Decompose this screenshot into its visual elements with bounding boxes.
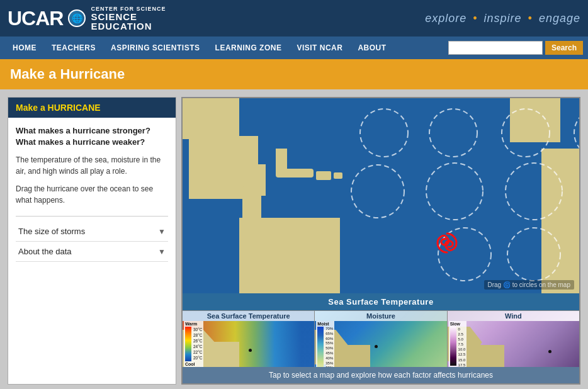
hurricane-icon[interactable]	[434, 230, 460, 256]
sidebar-title-make: Make a	[16, 103, 48, 113]
globe-icon: 🌐	[68, 9, 86, 27]
map-container: Drag 🌀 to circles on the map Sea Surface…	[181, 97, 580, 385]
land-europe	[510, 98, 560, 142]
logo-education: EDUCATION	[91, 21, 166, 31]
tagline-dot-2: •	[524, 12, 533, 25]
nav-visit-ncar[interactable]: VISIT NCAR	[289, 38, 350, 57]
sst-legend-cool: Cool	[185, 362, 202, 366]
land-haiti	[316, 171, 331, 180]
sidebar-instruction: Drag the hurricane over the ocean to see…	[16, 183, 168, 206]
logo-area: UCAR 🌐 CENTER FOR SCIENCE SCIENCE EDUCAT…	[8, 6, 166, 31]
nav-home[interactable]: HOME	[5, 38, 44, 57]
land-cuba	[276, 169, 314, 178]
status-bar: Tap to select a map and explore how each…	[183, 367, 579, 383]
site-header: UCAR 🌐 CENTER FOR SCIENCE SCIENCE EDUCAT…	[0, 0, 588, 37]
page-title: Make a Hurricane	[10, 66, 125, 82]
mini-map-moisture-title: Moisture	[315, 311, 446, 321]
search-input[interactable]	[448, 41, 543, 55]
svg-point-0	[360, 109, 408, 157]
svg-point-5	[351, 165, 404, 218]
page-title-bar: Make a Hurricane	[0, 59, 588, 89]
logo-text: CENTER FOR SCIENCE SCIENCE EDUCATION	[91, 6, 166, 31]
sidebar: Make a HURRICANE What makes a hurricane …	[8, 97, 176, 385]
sidebar-body: What makes a hurricane stronger? What ma…	[8, 118, 176, 269]
tagline-engage: engage	[539, 12, 580, 25]
mini-map-wind[interactable]: Wind Slow 02.55.07.510.012.515.017.520.0…	[448, 311, 579, 367]
main-map[interactable]: Drag 🌀 to circles on the map	[183, 98, 579, 293]
tagline-explore: explore	[425, 12, 466, 25]
tagline: explore • inspire • engage	[425, 12, 580, 25]
tagline-inspire: inspire	[484, 12, 522, 25]
sidebar-title-hurricane: HURRICANE	[48, 103, 101, 113]
map-label-text: Sea Surface Temperature	[328, 297, 433, 307]
mini-map-sst-title: Sea Surface Temperature	[183, 311, 314, 321]
land-africa	[541, 149, 579, 293]
mini-map-moisture[interactable]: Moisture Moist 70%65%60%55%50%45%40%35%3…	[315, 311, 447, 367]
wind-legend-slow: Slow	[450, 322, 466, 326]
logo-science: SCIENCE	[91, 12, 166, 21]
mini-map-sst[interactable]: Sea Surface Temperature Warm 30°C28°C26°…	[183, 311, 315, 367]
chevron-down-icon-2: ▼	[158, 247, 166, 256]
mini-map-wind-title: Wind	[448, 311, 579, 321]
moisture-legend-moist: Moist	[317, 322, 333, 326]
mini-maps: Sea Surface Temperature Warm 30°C28°C26°…	[183, 310, 579, 367]
chevron-down-icon: ▼	[158, 227, 166, 236]
sidebar-text: The temperature of the sea, moisture in …	[16, 154, 168, 177]
accordion-storm-size-label: The size of storms	[18, 227, 85, 236]
land-south-america	[239, 218, 340, 293]
nav-aspiring-scientists[interactable]: ASPIRING SCIENTISTS	[103, 38, 208, 57]
main-content: Make a HURRICANE What makes a hurricane …	[0, 89, 588, 389]
sidebar-title: Make a HURRICANE	[8, 98, 176, 118]
land-puerto-rico	[334, 172, 342, 179]
accordion-about-data[interactable]: About the data ▼	[16, 242, 168, 262]
logo-ucar: UCAR	[8, 7, 63, 30]
map-label-bar: Sea Surface Temperature	[183, 293, 579, 310]
accordion-storm-size[interactable]: The size of storms ▼	[16, 222, 168, 242]
svg-point-6	[426, 163, 483, 220]
sidebar-question: What makes a hurricane stronger? What ma…	[16, 125, 168, 148]
search-button[interactable]: Search	[545, 41, 583, 55]
nav-about[interactable]: ABOUT	[350, 38, 393, 57]
svg-point-1	[429, 109, 477, 157]
sidebar-divider	[16, 216, 168, 217]
status-text: Tap to select a map and explore how each…	[269, 371, 493, 380]
land-north-america	[183, 98, 239, 139]
nav-learning-zone[interactable]: LEARNING ZONE	[208, 38, 290, 57]
sst-legend-warm: Warm	[185, 322, 202, 326]
drag-hint: Drag 🌀 to circles on the map	[484, 280, 575, 290]
nav-search-area: Search	[448, 41, 583, 55]
nav-teachers[interactable]: TEACHERS	[44, 38, 103, 57]
accordion-about-data-label: About the data	[18, 247, 72, 256]
tagline-dot-1: •	[469, 12, 477, 25]
navigation: HOME TEACHERS ASPIRING SCIENTISTS LEARNI…	[0, 37, 588, 59]
